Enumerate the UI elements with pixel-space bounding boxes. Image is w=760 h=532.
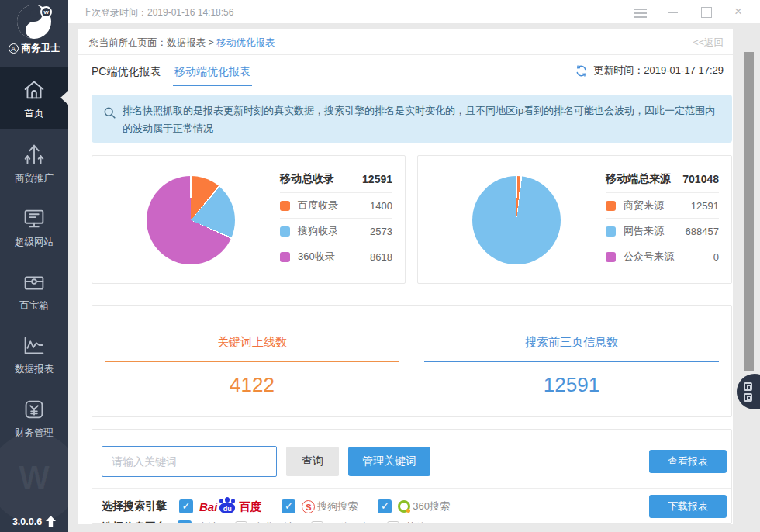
- sogou-logo-icon: S: [302, 500, 315, 513]
- breadcrumb-current[interactable]: 移动优化报表: [216, 37, 275, 48]
- legend: 移动端总来源 701048 商贸来源 12591 网告来源 688457 公众号…: [606, 166, 719, 269]
- brand-a-icon: A: [9, 43, 19, 54]
- maximize-icon[interactable]: [700, 6, 712, 17]
- checkbox-option[interactable]: [387, 521, 399, 524]
- card-mobile-index: 移动总收录 12591 百度收录 1400 搜狗收录 2573 360收录 86…: [92, 155, 406, 284]
- legend-row: 百度收录 1400: [280, 192, 392, 218]
- swatch-blue: [606, 226, 616, 237]
- legend-title: 移动端总来源: [606, 172, 671, 186]
- platform-select-row: 选择信息平台 ✓ 全选 企业网站 媒体平台 其他: [102, 520, 443, 524]
- stat-label-keywords-online: 关键词上线数: [92, 335, 412, 350]
- title-bar: 上次登录时间：2019-01-16 14:18:56 ×: [68, 0, 760, 23]
- manage-keywords-button[interactable]: 管理关键词: [348, 447, 430, 476]
- menu-icon[interactable]: [634, 6, 647, 17]
- version-row[interactable]: 3.0.0.6: [0, 516, 68, 527]
- update-time: 更新时间：2019-01-17 17:29: [593, 64, 724, 78]
- qr-square-icon: [744, 393, 752, 402]
- engine-baidu: ✓ Bai du 百度: [179, 499, 261, 514]
- sidebar-item-label: 超级网站: [0, 236, 68, 249]
- upgrade-arrow-icon: [46, 516, 56, 527]
- engine-select-label: 选择搜索引擎: [102, 499, 167, 513]
- baidu-logo-text: Bai: [199, 500, 217, 513]
- engine-select-row: 选择搜索引擎 ✓ Bai du 百度 ✓ S 搜狗搜索 ✓ 360搜索: [102, 495, 470, 518]
- stat-value-top3-pages: 12591: [412, 373, 731, 397]
- keyword-input[interactable]: [102, 446, 277, 477]
- swatch-magenta: [280, 252, 290, 262]
- tab-pc-report[interactable]: PC端优化报表: [92, 65, 161, 79]
- version-text: 3.0.0.6: [12, 516, 42, 527]
- floating-qr-widget[interactable]: [737, 374, 760, 409]
- sidebar-item-promotion[interactable]: 商贸推广: [0, 132, 68, 194]
- tabs-row: PC端优化报表 移动端优化报表 更新时间：2019-01-17 17:29: [78, 55, 733, 88]
- legend-row: 商贸来源 12591: [606, 192, 719, 218]
- card-mobile-source: 移动端总来源 701048 商贸来源 12591 网告来源 688457 公众号…: [417, 155, 732, 284]
- baidu-logo-cn: 百度: [239, 499, 261, 514]
- swatch-blue: [280, 226, 290, 237]
- logo-w-badge: w: [40, 6, 52, 18]
- legend-total: 12591: [362, 173, 392, 185]
- legend: 移动总收录 12591 百度收录 1400 搜狗收录 2573 360收录 86…: [280, 166, 392, 269]
- sidebar-item-label: 百宝箱: [0, 299, 68, 313]
- download-report-button[interactable]: 下载报表: [649, 495, 727, 518]
- back-link[interactable]: <<返回: [693, 36, 724, 50]
- qr-square-icon: [744, 382, 752, 391]
- brand-name: 商务卫士: [22, 42, 60, 55]
- legend-title: 移动总收录: [280, 172, 334, 186]
- stat-underline-orange: [105, 361, 399, 362]
- stat-label-top3-pages: 搜索前三页信息数: [412, 335, 731, 350]
- card-keyword-stats: 关键词上线数 4122 搜索前三页信息数 12591: [92, 305, 732, 417]
- view-report-button[interactable]: 查看报表: [649, 450, 727, 473]
- checkbox-sogou[interactable]: ✓: [282, 499, 295, 513]
- pie-chart-mobile-index: [147, 176, 235, 264]
- notice-text: 排名快照抓取的是报表更新时刻的真实数据，搜索引擎的排名是实时变化的，且不同地区i…: [123, 102, 718, 137]
- sidebar-item-label: 数据报表: [0, 363, 68, 376]
- checkbox-360[interactable]: ✓: [378, 499, 392, 513]
- main-panel: 您当前所在页面：数据报表 > 移动优化报表 <<返回 PC端优化报表 移动端优化…: [78, 29, 733, 524]
- checkbox-baidu[interactable]: ✓: [179, 499, 193, 513]
- legend-total: 701048: [682, 173, 719, 185]
- monitor-icon: [19, 205, 49, 233]
- breadcrumb-prefix: 您当前所在页面：数据报表: [89, 37, 206, 48]
- pie-chart-mobile-source: [472, 176, 561, 264]
- engine-sogou: ✓ S 搜狗搜索: [282, 499, 358, 513]
- divider: [92, 488, 731, 489]
- legend-row: 搜狗收录 2573: [280, 218, 392, 244]
- swatch-orange: [280, 201, 290, 211]
- sidebar-item-label: 首页: [0, 107, 68, 120]
- breadcrumb-row: 您当前所在页面：数据报表 > 移动优化报表 <<返回: [78, 29, 733, 55]
- app-window: 上次登录时间：2019-01-16 14:18:56 × w A 商务卫士: [0, 0, 760, 532]
- swatch-magenta: [606, 252, 616, 262]
- minimize-icon[interactable]: [667, 6, 679, 17]
- engine-360: ✓ 360搜索: [378, 499, 450, 513]
- query-button[interactable]: 查询: [286, 447, 339, 476]
- sidebar-item-label: 商贸推广: [0, 172, 68, 185]
- sidebar-item-toolbox[interactable]: 百宝箱: [0, 259, 68, 321]
- legend-row: 360收录 8618: [280, 244, 392, 269]
- vertical-scrollbar[interactable]: [744, 52, 754, 371]
- legend-row: 网告来源 688457: [606, 218, 719, 244]
- stat-value-keywords-online: 4122: [92, 373, 412, 397]
- 360-logo-icon: [398, 500, 410, 513]
- search-icon: [103, 106, 117, 120]
- sidebar-item-website[interactable]: 超级网站: [0, 195, 68, 257]
- card-keyword-search: 查询 管理关键词 查看报表 下载报表 选择搜索引擎 ✓ Bai du 百度 ✓ …: [92, 429, 732, 524]
- finance-icon: [19, 396, 49, 423]
- tab-mobile-report[interactable]: 移动端优化报表: [174, 65, 250, 79]
- legend-row: 公众号来源 0: [606, 244, 719, 269]
- breadcrumb: 您当前所在页面：数据报表 > 移动优化报表: [89, 36, 275, 50]
- sidebar: w A 商务卫士 首页 商贸推广 超级网站: [0, 0, 68, 532]
- sidebar-item-home[interactable]: 首页: [0, 67, 68, 129]
- line-chart-icon: [19, 332, 49, 360]
- stat-underline-blue: [424, 361, 719, 362]
- checkbox-option[interactable]: [311, 521, 323, 524]
- notice-banner: 排名快照抓取的是报表更新时刻的真实数据，搜索引擎的排名是实时变化的，且不同地区i…: [92, 95, 732, 143]
- promotion-arrows-icon: [19, 141, 49, 169]
- checkbox-option[interactable]: [235, 521, 247, 524]
- swatch-orange: [606, 201, 616, 211]
- sidebar-item-reports[interactable]: 数据报表: [0, 323, 68, 385]
- checkbox-select-all[interactable]: ✓: [178, 520, 192, 524]
- toolbox-icon: [19, 268, 49, 296]
- refresh-icon[interactable]: [575, 64, 588, 78]
- close-icon[interactable]: ×: [732, 6, 744, 17]
- active-item-notch: [60, 91, 68, 105]
